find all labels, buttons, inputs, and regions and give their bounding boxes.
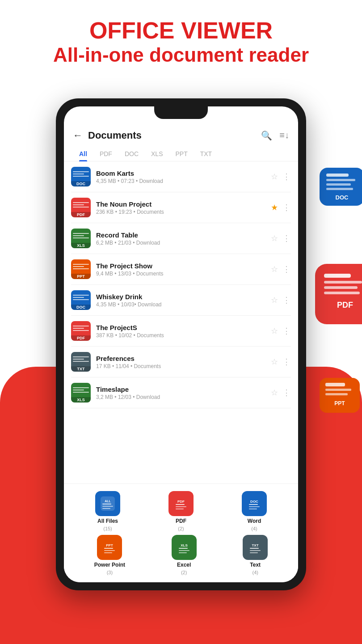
tab-ppt[interactable]: PPT bbox=[169, 147, 194, 161]
grid-item-excel[interactable]: XLS Excel (2) bbox=[172, 535, 197, 575]
list-item[interactable]: XLS Timeslape 3,2 MB • 12/03 • Download … bbox=[71, 377, 291, 408]
file-actions: ☆ ⋮ bbox=[271, 388, 291, 398]
phone-notch bbox=[154, 106, 208, 119]
tab-txt[interactable]: TXT bbox=[194, 147, 218, 161]
all-files-label: All Files bbox=[97, 518, 118, 524]
svg-rect-14 bbox=[325, 389, 351, 391]
phone-screen: ← Documents 🔍 ≡↓ All PDF DOC XLS PPT TXT bbox=[64, 106, 298, 582]
svg-rect-8 bbox=[324, 281, 362, 284]
list-item[interactable]: DOC Whiskey Drink 4,35 MB • 10/03• Downl… bbox=[71, 285, 291, 316]
more-button[interactable]: ⋮ bbox=[282, 388, 291, 398]
more-button[interactable]: ⋮ bbox=[282, 172, 291, 182]
svg-text:ALL: ALL bbox=[105, 500, 111, 503]
grid-item-ppt[interactable]: PPT Power Point (3) bbox=[94, 535, 125, 575]
file-info: Whiskey Drink 4,35 MB • 10/03• Download bbox=[96, 293, 265, 308]
file-meta: 3,2 MB • 12/03 • Download bbox=[96, 394, 265, 400]
star-button[interactable]: ★ bbox=[271, 203, 278, 212]
star-button[interactable]: ☆ bbox=[271, 326, 278, 336]
back-button[interactable]: ← bbox=[73, 130, 83, 141]
tab-doc[interactable]: DOC bbox=[118, 147, 145, 161]
list-item[interactable]: PDF The Noun Project 236 KB • 19:23 • Do… bbox=[71, 192, 291, 223]
svg-rect-40 bbox=[250, 550, 261, 551]
search-icon[interactable]: 🔍 bbox=[261, 130, 272, 141]
file-actions: ☆ ⋮ bbox=[271, 233, 291, 243]
svg-text:PPT: PPT bbox=[334, 400, 345, 407]
sort-icon[interactable]: ≡↓ bbox=[279, 130, 289, 141]
file-info: Record Table 6,2 MB • 21/03 • Download bbox=[96, 231, 265, 246]
star-button[interactable]: ☆ bbox=[271, 264, 278, 274]
svg-rect-9 bbox=[324, 286, 358, 289]
file-meta: 387 KB • 10/02 • Documents bbox=[96, 332, 265, 339]
svg-rect-13 bbox=[325, 383, 345, 386]
file-type-icon: DOC bbox=[71, 167, 91, 186]
file-info: Boom Karts 4,35 MB • 07:23 • Download bbox=[96, 169, 265, 184]
file-info: The Noun Project 236 KB • 19:23 • Docume… bbox=[96, 200, 265, 215]
floating-doc-card: DOC bbox=[317, 165, 362, 210]
svg-text:DOC: DOC bbox=[250, 500, 258, 504]
floating-pdf-card: PDF bbox=[311, 259, 362, 330]
file-actions: ☆ ⋮ bbox=[271, 295, 291, 305]
list-item[interactable]: TXT Preferences 17 KB • 11/04 • Document… bbox=[71, 347, 291, 377]
svg-rect-29 bbox=[249, 508, 257, 509]
tab-xls[interactable]: XLS bbox=[145, 147, 169, 161]
svg-rect-36 bbox=[179, 550, 189, 551]
list-item[interactable]: DOC Boom Karts 4,35 MB • 07:23 • Downloa… bbox=[71, 161, 291, 192]
svg-text:XLS: XLS bbox=[181, 543, 188, 547]
file-meta: 9,4 MB • 13/03 • Documents bbox=[96, 271, 265, 277]
star-button[interactable]: ☆ bbox=[271, 233, 278, 243]
more-button[interactable]: ⋮ bbox=[282, 233, 291, 243]
grid-item-pdf[interactable]: PDF PDF (2) bbox=[168, 491, 194, 531]
file-meta: 236 KB • 19:23 • Documents bbox=[96, 209, 265, 215]
more-button[interactable]: ⋮ bbox=[282, 326, 291, 336]
grid-row-2: PPT Power Point (3) XLS bbox=[71, 535, 291, 575]
svg-rect-3 bbox=[326, 183, 351, 186]
all-files-count: (15) bbox=[103, 526, 112, 531]
hero-title: OFFICE VIEWER bbox=[0, 18, 362, 43]
more-button[interactable]: ⋮ bbox=[282, 357, 291, 367]
tab-all[interactable]: All bbox=[73, 147, 93, 161]
floating-ppt-card: PPT bbox=[317, 376, 362, 417]
header-actions: 🔍 ≡↓ bbox=[261, 130, 289, 141]
star-button[interactable]: ☆ bbox=[271, 388, 278, 398]
tab-pdf[interactable]: PDF bbox=[93, 147, 118, 161]
svg-rect-15 bbox=[325, 393, 348, 395]
list-item[interactable]: PDF The ProjectS 387 KB • 10/02 • Docume… bbox=[71, 316, 291, 347]
file-type-icon: PDF bbox=[71, 198, 91, 217]
file-actions: ☆ ⋮ bbox=[271, 357, 291, 367]
ppt-label: Power Point bbox=[94, 562, 125, 568]
file-actions: ☆ ⋮ bbox=[271, 326, 291, 336]
list-item[interactable]: XLS Record Table 6,2 MB • 21/03 • Downlo… bbox=[71, 223, 291, 254]
file-type-icon: XLS bbox=[71, 229, 91, 248]
star-button[interactable]: ☆ bbox=[271, 357, 278, 367]
list-item[interactable]: PPT The Project Show 9,4 MB • 13/03 • Do… bbox=[71, 254, 291, 285]
star-button[interactable]: ☆ bbox=[271, 172, 278, 182]
file-info: The ProjectS 387 KB • 10/02 • Documents bbox=[96, 324, 265, 339]
svg-rect-37 bbox=[179, 552, 187, 553]
more-button[interactable]: ⋮ bbox=[282, 203, 291, 212]
more-button[interactable]: ⋮ bbox=[282, 295, 291, 305]
svg-rect-27 bbox=[249, 504, 258, 505]
file-name: Preferences bbox=[96, 355, 265, 362]
more-button[interactable]: ⋮ bbox=[282, 264, 291, 274]
ppt-count: (3) bbox=[107, 570, 113, 575]
hero-subtitle: All-in-one document reader bbox=[0, 43, 362, 67]
svg-text:DOC: DOC bbox=[336, 194, 349, 201]
file-type-icon: XLS bbox=[71, 383, 91, 402]
text-icon: TXT bbox=[243, 535, 268, 560]
tab-bar: All PDF DOC XLS PPT TXT bbox=[64, 147, 298, 161]
file-info: Timeslape 3,2 MB • 12/03 • Download bbox=[96, 386, 265, 400]
file-meta: 4,35 MB • 10/03• Download bbox=[96, 301, 265, 308]
svg-rect-21 bbox=[102, 508, 110, 509]
grid-item-word[interactable]: DOC Word (4) bbox=[242, 491, 267, 531]
svg-rect-35 bbox=[179, 548, 188, 549]
phone-frame: ← Documents 🔍 ≡↓ All PDF DOC XLS PPT TXT bbox=[56, 98, 306, 590]
file-name: The Noun Project bbox=[96, 200, 265, 208]
grid-row-1: ALL All Files (15) PDF bbox=[71, 491, 291, 531]
svg-rect-31 bbox=[104, 548, 113, 549]
star-button[interactable]: ☆ bbox=[271, 295, 278, 305]
file-name: Boom Karts bbox=[96, 169, 265, 177]
hero-section: OFFICE VIEWER All-in-one document reader bbox=[0, 0, 362, 76]
grid-item-text[interactable]: TXT Text (4) bbox=[243, 535, 268, 575]
pdf-label: PDF bbox=[176, 518, 186, 524]
grid-item-all[interactable]: ALL All Files (15) bbox=[95, 491, 120, 531]
